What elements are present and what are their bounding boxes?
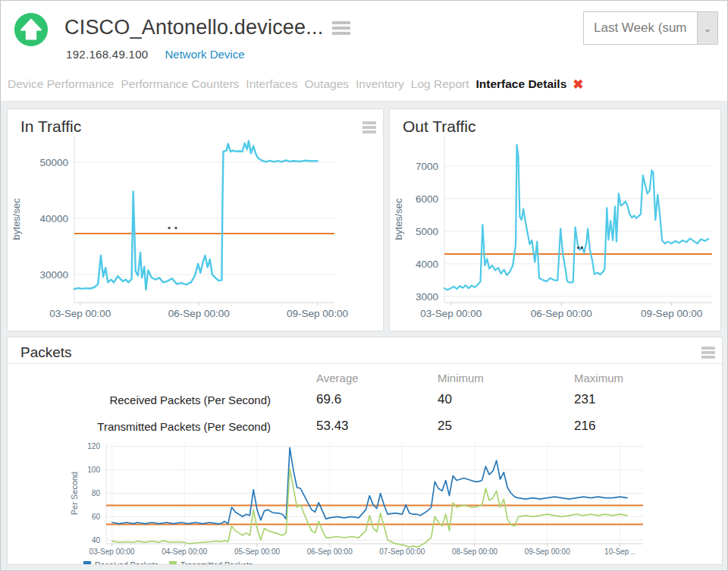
svg-text:Per Second: Per Second: [70, 472, 79, 515]
out-traffic-title: Out Traffic: [390, 109, 720, 136]
svg-text:30000: 30000: [39, 269, 68, 281]
svg-text:4000: 4000: [416, 259, 438, 270]
legend-swatch-icon: [169, 561, 177, 565]
svg-text:60: 60: [92, 513, 101, 521]
packets-chart: 40608010012003-Sep 00:0004-Sep 00:0005-S…: [8, 440, 722, 557]
svg-text:40000: 40000: [39, 213, 68, 224]
time-range-value: Last Week (sum: [584, 12, 697, 44]
svg-text:04-Sep 00:00: 04-Sep 00:00: [162, 547, 207, 556]
svg-text:06-Sep 00:00: 06-Sep 00:00: [307, 547, 353, 556]
col-minimum: Minimum: [394, 369, 531, 387]
tab-inventory[interactable]: Inventory: [356, 77, 404, 90]
transmitted-maximum: 216: [531, 413, 722, 440]
transmitted-minimum: 25: [394, 413, 531, 440]
svg-text:09-Sep 00:00: 09-Sep 00:00: [525, 547, 570, 556]
svg-text:03-Sep 00:00: 03-Sep 00:00: [89, 547, 135, 556]
received-minimum: 40: [394, 387, 531, 413]
svg-text:bytes/sec: bytes/sec: [393, 198, 404, 240]
svg-text:120: 120: [87, 442, 100, 450]
svg-text:05-Sep 00:00: 05-Sep 00:00: [234, 547, 280, 556]
row-received-label: Received Packets (Per Second): [8, 387, 273, 413]
legend-received-packets: Received Packets: [83, 560, 158, 565]
svg-text:06-Sep 00:00: 06-Sep 00:00: [531, 308, 592, 319]
transmitted-average: 53.43: [273, 413, 394, 440]
svg-text:100: 100: [87, 466, 100, 474]
received-maximum: 231: [531, 387, 722, 413]
packets-menu-icon[interactable]: [701, 347, 715, 359]
device-ip: 192.168.49.100: [66, 48, 148, 61]
col-average: Average: [273, 369, 394, 387]
legend-swatch-icon: [83, 561, 91, 565]
packets-title: Packets: [8, 337, 722, 361]
out-traffic-chart: 3000400050006000700003-Sep 00:0006-Sep 0…: [390, 136, 721, 327]
device-status-up-icon: [14, 12, 49, 47]
svg-text:07-Sep 00:00: 07-Sep 00:00: [379, 547, 425, 556]
out-traffic-panel: Out Traffic 3000400050006000700003-Sep 0…: [389, 108, 721, 331]
svg-text:80: 80: [92, 489, 101, 497]
device-snapshot-window: CISCO_Antonello.devicee... 192.168.49.10…: [0, 0, 728, 571]
packets-legend: Received PacketsTransmitted Packets: [83, 560, 722, 565]
svg-text:06-Sep 00:00: 06-Sep 00:00: [168, 308, 230, 319]
svg-text:09-Sep 00:00: 09-Sep 00:00: [641, 308, 702, 319]
close-tab-icon[interactable]: ✖: [573, 77, 583, 92]
device-title: CISCO_Antonello.devicee...: [64, 16, 323, 39]
header: CISCO_Antonello.devicee... 192.168.49.10…: [1, 1, 727, 102]
svg-text:03-Sep 00:00: 03-Sep 00:00: [49, 308, 111, 319]
svg-text:7000: 7000: [416, 161, 438, 172]
tab-interface-details[interactable]: Interface Details: [476, 77, 567, 90]
in-traffic-menu-icon[interactable]: [362, 121, 376, 133]
in-traffic-chart: 30000400005000003-Sep 00:0006-Sep 00:000…: [8, 136, 384, 327]
in-traffic-panel: In Traffic 30000400005000003-Sep 00:0006…: [7, 108, 384, 331]
svg-text:bytes/sec: bytes/sec: [11, 198, 22, 240]
svg-text:08-Sep 00:00: 08-Sep 00:00: [452, 547, 497, 556]
row-transmitted-label: Transmitted Packets (Per Second): [8, 413, 273, 440]
packets-panel: Packets Average Minimum Maximum Received…: [7, 337, 723, 565]
svg-text:6000: 6000: [416, 193, 438, 205]
received-average: 69.6: [273, 387, 394, 413]
svg-text:10-Sep ..: 10-Sep ..: [604, 547, 635, 556]
tab-log-report[interactable]: Log Report: [411, 77, 469, 90]
tab-performance-counters[interactable]: Performance Counters: [121, 77, 239, 90]
legend-transmitted-packets: Transmitted Packets: [169, 560, 253, 565]
svg-text:03-Sep 00:00: 03-Sep 00:00: [420, 308, 482, 319]
tab-outages[interactable]: Outages: [304, 77, 349, 90]
chevron-down-icon: ⌄: [697, 12, 717, 44]
svg-text:5000: 5000: [416, 226, 438, 237]
in-traffic-title: In Traffic: [8, 109, 383, 136]
network-device-link[interactable]: Network Device: [165, 48, 244, 61]
col-maximum: Maximum: [531, 369, 722, 387]
tab-device-performance[interactable]: Device Performance: [8, 77, 114, 90]
svg-text:50000: 50000: [39, 157, 68, 168]
time-range-select[interactable]: Last Week (sum ⌄: [583, 11, 718, 45]
packets-stats-table: Average Minimum Maximum Received Packets…: [8, 364, 722, 440]
svg-text:09-Sep 00:00: 09-Sep 00:00: [287, 308, 348, 319]
title-menu-icon[interactable]: [332, 21, 350, 35]
svg-text:3000: 3000: [416, 291, 438, 303]
tab-bar: Device PerformancePerformance CountersIn…: [8, 77, 725, 93]
tab-interfaces[interactable]: Interfaces: [246, 77, 297, 90]
svg-text:40: 40: [92, 536, 101, 544]
